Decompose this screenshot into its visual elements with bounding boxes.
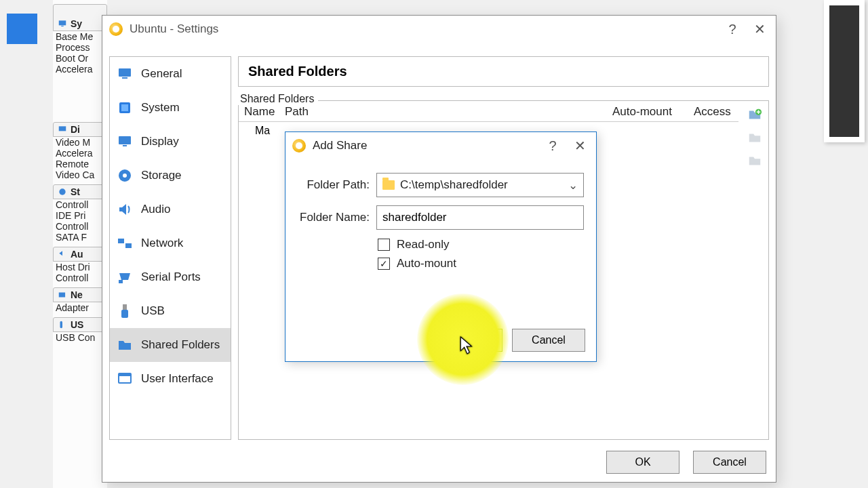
- add-share-ok-button[interactable]: OK: [429, 329, 502, 352]
- col-name[interactable]: Name: [244, 105, 285, 119]
- settings-nav: General System Display Storage Audio Net…: [109, 56, 231, 440]
- nav-serial[interactable]: Serial Ports: [110, 260, 231, 294]
- svg-rect-2: [59, 126, 66, 131]
- svg-rect-17: [123, 304, 127, 310]
- remove-folder-button[interactable]: [745, 151, 764, 170]
- svg-rect-1: [61, 26, 64, 26]
- svg-rect-0: [59, 20, 66, 25]
- svg-rect-20: [119, 373, 131, 376]
- col-auto-mount[interactable]: Auto-mount: [612, 105, 694, 119]
- add-share-titlebar[interactable]: Add Share ? ✕: [285, 132, 596, 159]
- nav-display[interactable]: Display: [110, 125, 231, 159]
- svg-rect-18: [121, 310, 128, 318]
- add-share-dialog: Add Share ? ✕ Folder Path: C:\temp\share…: [285, 131, 597, 362]
- nav-general-label: General: [141, 67, 182, 81]
- nav-general[interactable]: General: [110, 57, 231, 91]
- folder-icon: [382, 180, 395, 190]
- nav-system[interactable]: System: [110, 91, 231, 125]
- nav-audio[interactable]: Audio: [110, 192, 231, 226]
- svg-rect-7: [122, 77, 127, 79]
- svg-rect-16: [119, 280, 123, 283]
- settings-ok-button[interactable]: OK: [606, 451, 679, 474]
- svg-rect-15: [125, 243, 132, 248]
- gear-icon: [109, 22, 123, 36]
- svg-point-3: [59, 188, 65, 195]
- automount-checkbox[interactable]: ✓: [378, 258, 390, 270]
- add-folder-button[interactable]: [745, 105, 764, 124]
- chevron-down-icon: ⌄: [568, 178, 578, 192]
- svg-rect-14: [118, 239, 124, 243]
- svg-rect-5: [60, 321, 63, 329]
- add-share-help-button[interactable]: ?: [539, 132, 566, 159]
- folder-name-label: Folder Name:: [298, 211, 370, 224]
- readonly-checkbox[interactable]: [378, 239, 390, 251]
- nav-shared-folders[interactable]: Shared Folders: [110, 328, 231, 362]
- add-share-title: Add Share: [313, 139, 539, 152]
- automount-label: Auto-mount: [397, 257, 456, 270]
- settings-titlebar[interactable]: Ubuntu - Settings ? ✕: [102, 16, 776, 43]
- nav-storage[interactable]: Storage: [110, 159, 231, 192]
- svg-rect-10: [119, 136, 131, 144]
- settings-close-button[interactable]: ✕: [746, 16, 773, 43]
- readonly-label: Read-only: [397, 238, 450, 251]
- background-thumbnail: [824, 0, 865, 142]
- add-share-close-button[interactable]: ✕: [566, 132, 593, 159]
- folder-path-select[interactable]: C:\temp\sharedfolder ⌄: [376, 173, 584, 197]
- svg-rect-6: [119, 68, 131, 77]
- edit-folder-button[interactable]: [745, 128, 764, 147]
- bg-sy-header: Sy: [71, 18, 82, 29]
- svg-point-13: [123, 174, 127, 178]
- nav-network[interactable]: Network: [110, 226, 231, 260]
- fieldset-legend: Shared Folders: [236, 93, 318, 105]
- background-vm-summary: Sy Base Me Process Boot Or Accelera Di V…: [53, 0, 107, 488]
- folder-path-value: C:\temp\sharedfolder: [400, 178, 508, 192]
- background-blue-square: [7, 14, 37, 44]
- svg-rect-4: [59, 293, 65, 298]
- page-title: Shared Folders: [238, 56, 769, 87]
- svg-rect-9: [121, 104, 128, 111]
- settings-cancel-button[interactable]: Cancel: [693, 451, 766, 474]
- nav-usb[interactable]: USB: [110, 294, 231, 328]
- folder-path-label: Folder Path:: [298, 178, 370, 192]
- settings-help-button[interactable]: ?: [719, 16, 746, 43]
- add-share-cancel-button[interactable]: Cancel: [512, 329, 585, 352]
- folder-name-input[interactable]: [376, 205, 584, 230]
- col-path[interactable]: Path: [285, 105, 612, 119]
- gear-icon: [292, 139, 306, 152]
- svg-rect-11: [123, 145, 127, 146]
- col-access[interactable]: Access: [694, 105, 738, 119]
- nav-user-interface[interactable]: User Interface: [110, 362, 231, 396]
- settings-title: Ubuntu - Settings: [130, 22, 719, 36]
